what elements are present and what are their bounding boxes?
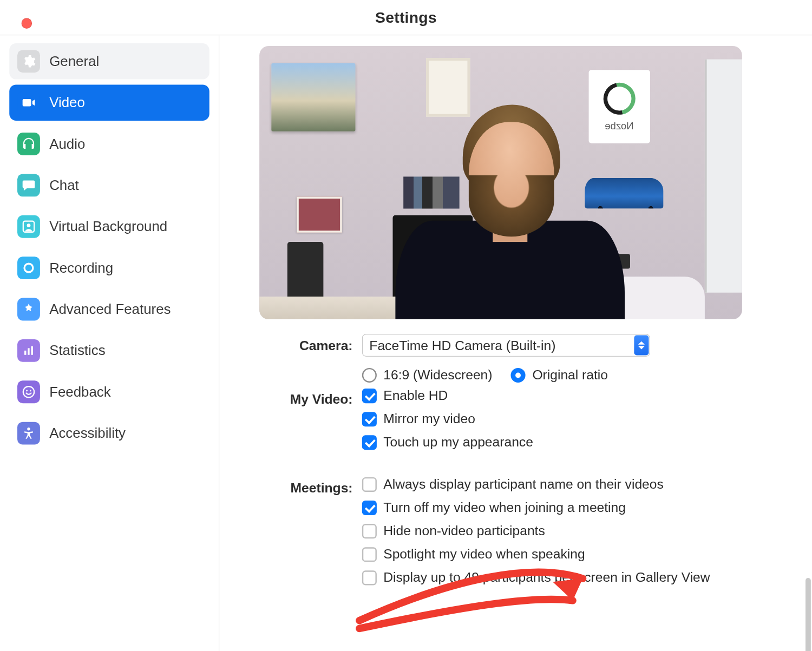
checkbox-label: Turn off my video when joining a meeting	[383, 500, 626, 515]
sidebar-item-video[interactable]: Video	[9, 84, 209, 121]
sidebar-item-label: Statistics	[49, 343, 106, 359]
svg-rect-3	[24, 351, 26, 355]
checkbox-label: Always display participant name on their…	[383, 477, 664, 492]
sidebar-item-accessibility[interactable]: Accessibility	[9, 415, 209, 451]
window-title: Settings	[375, 8, 437, 26]
sidebar-item-label: Video	[49, 95, 85, 111]
sidebar-item-virtual-background[interactable]: Virtual Background	[9, 209, 209, 245]
whiteboard	[705, 60, 742, 293]
sidebar-item-label: Chat	[49, 177, 79, 194]
sidebar-item-recording[interactable]: Recording	[9, 250, 209, 286]
checkbox-enable-hd[interactable]: Enable HD	[362, 388, 792, 403]
checkbox-display-name[interactable]: Always display participant name on their…	[362, 477, 792, 492]
sidebar-item-feedback[interactable]: Feedback	[9, 374, 209, 410]
sidebar-item-label: Audio	[49, 136, 85, 152]
select-stepper-icon	[634, 336, 649, 356]
meetings-label: Meetings:	[259, 477, 362, 496]
accessibility-icon	[17, 422, 40, 445]
sidebar-item-label: Advanced Features	[49, 301, 171, 318]
gear-icon	[17, 50, 40, 73]
titlebar: Settings	[0, 0, 812, 35]
settings-sidebar: General Video Audio Chat	[0, 35, 219, 651]
advanced-icon	[17, 298, 40, 321]
svg-point-7	[26, 390, 28, 392]
checkbox-turn-off-video[interactable]: Turn off my video when joining a meeting	[362, 500, 792, 515]
svg-point-9	[27, 428, 30, 430]
radio-original-ratio[interactable]: Original ratio	[511, 367, 608, 383]
checkbox-label: Display up to 49 participants per screen…	[383, 570, 710, 585]
checkbox-mirror-video[interactable]: Mirror my video	[362, 411, 792, 426]
sidebar-item-chat[interactable]: Chat	[9, 167, 209, 203]
radio-label: Original ratio	[532, 367, 608, 383]
checkbox-label: Hide non-video participants	[383, 523, 545, 538]
checkbox-touch-up[interactable]: Touch up my appearance	[362, 435, 792, 450]
wall-picture	[271, 63, 355, 131]
checkbox-label: Spotlight my video when speaking	[383, 547, 585, 562]
checkbox-label: Touch up my appearance	[383, 435, 533, 450]
checkbox-label: Mirror my video	[383, 411, 475, 426]
checkbox-hide-non-video[interactable]: Hide non-video participants	[362, 523, 792, 538]
sidebar-item-label: Feedback	[49, 384, 111, 400]
my-video-label: My Video:	[259, 388, 362, 407]
sidebar-item-statistics[interactable]: Statistics	[9, 333, 209, 369]
video-settings-panel: Nozbe Camera:	[219, 35, 812, 651]
sidebar-item-label: Accessibility	[49, 425, 126, 442]
preview-person	[386, 100, 634, 319]
sidebar-item-advanced-features[interactable]: Advanced Features	[9, 291, 209, 327]
svg-point-8	[30, 390, 31, 392]
headphones-icon	[17, 133, 40, 155]
sidebar-item-label: Virtual Background	[49, 219, 167, 235]
checkbox-spotlight[interactable]: Spotlight my video when speaking	[362, 547, 792, 562]
sidebar-item-general[interactable]: General	[9, 43, 209, 80]
scrollbar[interactable]	[806, 578, 811, 651]
person-square-icon	[17, 215, 40, 238]
camera-label: Camera:	[259, 334, 362, 353]
video-preview: Nozbe	[259, 46, 742, 319]
sidebar-item-label: Recording	[49, 260, 113, 276]
svg-point-1	[27, 223, 31, 227]
sidebar-item-label: General	[49, 54, 99, 70]
record-icon	[17, 257, 40, 279]
bar-chart-icon	[17, 339, 40, 362]
camera-select-value: FaceTime HD Camera (Built-in)	[369, 338, 555, 353]
radio-label: 16:9 (Widescreen)	[383, 367, 492, 383]
sidebar-item-audio[interactable]: Audio	[9, 126, 209, 162]
svg-rect-4	[28, 348, 29, 354]
svg-rect-5	[31, 346, 32, 355]
svg-point-2	[24, 264, 33, 272]
radio-16-9[interactable]: 16:9 (Widescreen)	[362, 367, 493, 383]
smile-icon	[17, 380, 40, 403]
video-camera-icon	[17, 91, 40, 114]
checkbox-gallery-49[interactable]: Display up to 49 participants per screen…	[362, 570, 792, 585]
close-window-dot[interactable]	[21, 18, 32, 29]
camera-select[interactable]: FaceTime HD Camera (Built-in)	[362, 334, 650, 357]
svg-point-6	[23, 386, 34, 397]
chat-bubble-icon	[17, 174, 40, 196]
checkbox-label: Enable HD	[383, 388, 448, 403]
wall-photo	[297, 196, 342, 233]
